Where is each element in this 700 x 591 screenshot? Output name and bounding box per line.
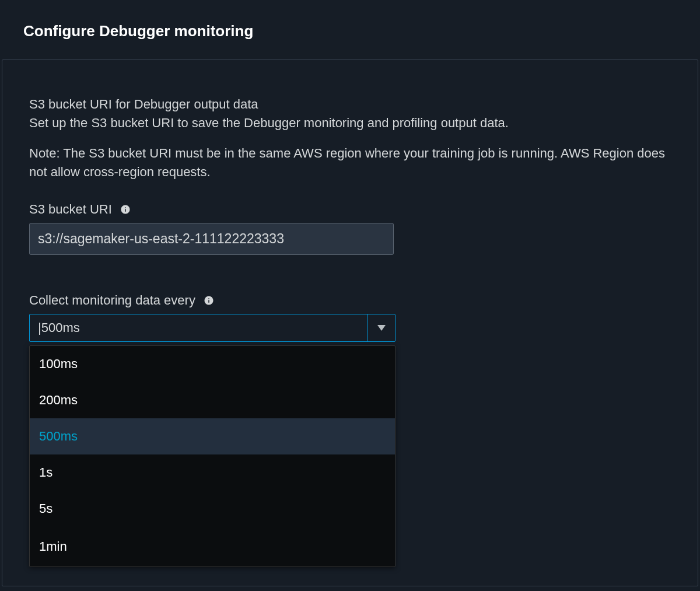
page-title: Configure Debugger monitoring <box>23 22 677 40</box>
info-icon[interactable] <box>204 295 214 306</box>
s3-uri-row: S3 bucket URI <box>29 202 671 255</box>
interval-section: Collect monitoring data every 500ms 100m… <box>29 293 671 342</box>
s3-uri-label-row: S3 bucket URI <box>29 202 671 217</box>
interval-option[interactable]: 5s <box>30 491 395 527</box>
config-panel: S3 bucket URI for Debugger output data S… <box>2 60 698 586</box>
chevron-down-icon <box>367 314 395 342</box>
interval-label: Collect monitoring data every <box>29 293 195 308</box>
interval-select-wrapper: 500ms 100ms200ms500ms1s5s1min <box>29 314 396 342</box>
interval-select-value: 500ms <box>38 320 367 335</box>
interval-select[interactable]: 500ms <box>29 314 396 342</box>
s3-uri-label: S3 bucket URI <box>29 202 112 217</box>
interval-option[interactable]: 500ms <box>30 418 395 454</box>
s3-section-title: S3 bucket URI for Debugger output data <box>29 95 671 114</box>
interval-dropdown: 100ms200ms500ms1s5s1min <box>29 345 396 567</box>
interval-label-row: Collect monitoring data every <box>29 293 671 308</box>
interval-option[interactable]: 200ms <box>30 382 395 418</box>
s3-uri-input[interactable] <box>29 223 394 255</box>
info-icon[interactable] <box>120 204 131 215</box>
s3-section-description: Set up the S3 bucket URI to save the Deb… <box>29 114 671 132</box>
page-header: Configure Debugger monitoring <box>0 0 700 58</box>
s3-section: S3 bucket URI for Debugger output data S… <box>29 95 671 255</box>
interval-option[interactable]: 100ms <box>30 346 395 382</box>
s3-section-note: Note: The S3 bucket URI must be in the s… <box>29 144 671 181</box>
interval-option[interactable]: 1s <box>30 454 395 491</box>
interval-option[interactable]: 1min <box>30 527 395 566</box>
